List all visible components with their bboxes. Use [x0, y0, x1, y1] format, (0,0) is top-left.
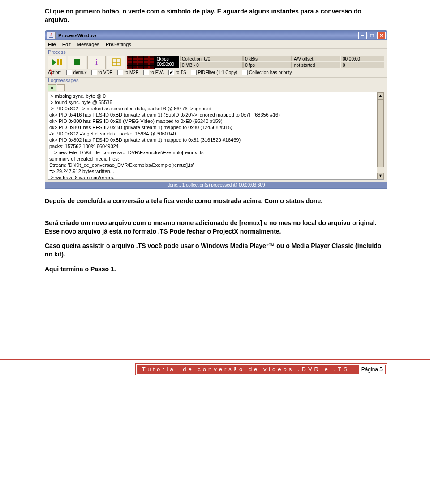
process-label: Process: [48, 49, 384, 55]
svg-rect-1: [60, 59, 62, 65]
log-line: -> PID 0x802 => marked as scrambled data…: [49, 105, 377, 112]
log-line: ok> PID 0x801 has PES-ID 0xBD (private s…: [49, 124, 377, 130]
footer-title: Tutorial de conversão de vídeos .DVR e .…: [142, 366, 350, 373]
log-gray-button[interactable]: [57, 84, 65, 91]
process-window: ProcessWindow – □ × File Edit Messages P…: [45, 30, 387, 189]
menu-messages[interactable]: Messages: [77, 42, 99, 47]
bitrate-display: 0kbps 00:00:00: [155, 56, 179, 68]
checkbox-vdr[interactable]: to VDR: [91, 70, 113, 75]
maximize-button[interactable]: □: [368, 32, 376, 39]
log-line: ---> new File: D:\Kit_de_conversao_DVR\E…: [49, 149, 377, 156]
stat-avtime: 00:00:00: [341, 56, 384, 62]
log-line: ok> PID 0x416 has PES-ID 0xBD (private s…: [49, 112, 377, 118]
log-green-button[interactable]: ≡: [48, 84, 56, 91]
log-line: !> missing sync. byte @ 0: [49, 93, 377, 99]
log-line: packs: 157562 100% 66049024: [49, 143, 377, 149]
action-row: Action: demux to VDR to M2P to PVA ✔to T…: [48, 70, 384, 75]
checkbox-ts[interactable]: ✔to TS: [168, 70, 186, 75]
menu-bar: File Edit Messages PreSettings: [45, 40, 387, 49]
intro-paragraph: Clique no primeiro botão, o verde com o …: [45, 7, 387, 24]
svg-rect-0: [57, 59, 59, 65]
close-button[interactable]: ×: [377, 32, 386, 39]
menu-edit[interactable]: Edit: [62, 42, 71, 47]
checkbox-pidfilter[interactable]: PIDFilter (1:1 Copy): [191, 70, 237, 75]
checkbox-priority[interactable]: Collection has priority: [242, 70, 292, 75]
log-label: Logmessages: [48, 78, 384, 83]
stats-grid: Collection: 0/0 0 kB/s A/V offset 00:00:…: [180, 56, 384, 68]
checkbox-pva[interactable]: to PVA: [143, 70, 164, 75]
stat-status: not started: [292, 62, 340, 68]
log-line: summary of created media files:: [49, 156, 377, 162]
log-section: ↑ Logmessages ≡ !> missing sync. byte @ …: [45, 78, 387, 182]
log-line: => 29.247.912 bytes written...: [49, 168, 377, 174]
stat-avoffset: A/V offset: [292, 56, 340, 62]
grid-button[interactable]: [107, 56, 125, 69]
scroll-thumb[interactable]: [377, 99, 384, 167]
log-line: -> we have 8 warnings/errors.: [49, 174, 377, 180]
info-button[interactable]: i: [87, 56, 106, 69]
log-line: Stream: 'D:\Kit_de_conversao_DVR\Exemplo…: [49, 162, 377, 168]
paragraph-5: Aqui termina o Passo 1.: [45, 265, 387, 274]
minimize-button[interactable]: –: [358, 32, 367, 39]
scrollbar[interactable]: ▲ ▼: [377, 92, 384, 179]
checkbox-demux[interactable]: demux: [66, 70, 87, 75]
log-output: !> missing sync. byte @ 0 !> found sync.…: [48, 92, 384, 180]
checkbox-m2p[interactable]: to M2P: [117, 70, 139, 75]
log-line: !> found sync. byte @ 65536: [49, 99, 377, 105]
menu-file[interactable]: File: [48, 42, 56, 47]
titlebar: ProcessWindow – □ ×: [45, 31, 387, 40]
scroll-up-icon[interactable]: ▲: [377, 92, 384, 99]
menu-presettings[interactable]: PreSettings: [106, 42, 131, 47]
log-line: -> PID 0x802 => get clear data, packet 1…: [49, 130, 377, 137]
stat-fps: 0 fps: [243, 62, 292, 68]
java-icon: [47, 32, 56, 39]
stop-button[interactable]: [68, 56, 86, 69]
stat-mb: 0 MB - 0: [180, 62, 243, 68]
log-line: ok> PID 0x802 has PES-ID 0xBD (private s…: [49, 137, 377, 143]
after-paragraph: Depois de concluída a conversão a tela f…: [45, 197, 387, 205]
process-section: Process i: [45, 49, 387, 78]
page-footer: Tutorial de conversão de vídeos .DVR e .…: [0, 359, 430, 379]
stat-collection: Collection: 0/0: [180, 56, 243, 62]
footer-page: Página 5: [359, 365, 385, 374]
video-grid-icon: [127, 56, 155, 69]
window-title: ProcessWindow: [58, 33, 96, 38]
stat-zero: 0: [341, 62, 384, 68]
stat-kbs: 0 kB/s: [243, 56, 292, 62]
log-line: ok> PID 0x800 has PES-ID 0xE0 (MPEG Vide…: [49, 118, 377, 124]
scroll-down-icon[interactable]: ▼: [377, 173, 384, 179]
paragraph-4: Caso queira assistir o arquivo .TS você …: [45, 242, 387, 259]
status-bar: done... 1 collection(s) processed @ 00:0…: [45, 182, 387, 188]
svg-rect-2: [74, 59, 80, 65]
paragraph-3: Será criado um novo arquivo com o mesmo …: [45, 219, 387, 236]
